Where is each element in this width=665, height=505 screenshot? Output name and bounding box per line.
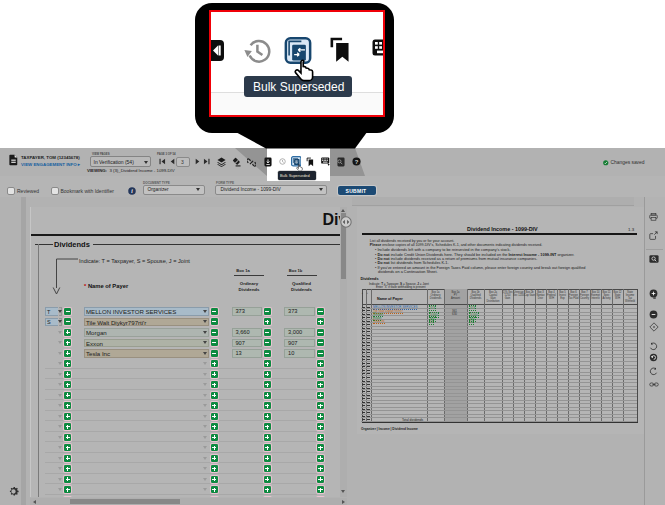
- svg-text:?: ?: [354, 159, 358, 165]
